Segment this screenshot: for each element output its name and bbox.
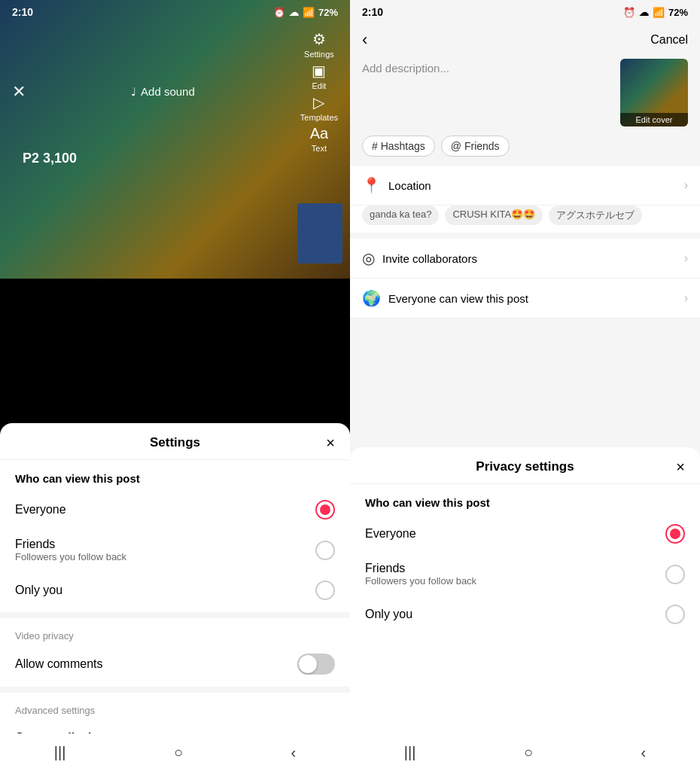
right-nav-back-icon[interactable]: ‹	[641, 744, 647, 761]
divider-2	[0, 687, 350, 693]
everyone-view-label: Everyone can view this post	[388, 292, 528, 305]
description-input[interactable]: Add description...	[362, 59, 611, 126]
everyone-radio[interactable]	[315, 500, 335, 520]
privacy-everyone-radio[interactable]	[665, 524, 685, 544]
settings-modal-header: Settings ×	[0, 435, 350, 460]
spacer-1	[350, 233, 700, 239]
advanced-settings-label: Advanced settings	[0, 696, 350, 719]
edit-cover-label[interactable]: Edit cover	[620, 113, 688, 126]
only-you-option[interactable]: Only you	[0, 571, 350, 609]
templates-tool[interactable]: ▷ Templates	[300, 93, 338, 122]
globe-icon: 🌍	[362, 289, 381, 307]
privacy-friends-sublabel: Followers you follow back	[365, 575, 476, 587]
privacy-close-button[interactable]: ×	[676, 459, 685, 476]
close-button[interactable]: ✕	[12, 82, 26, 102]
privacy-everyone-label: Everyone	[365, 527, 416, 541]
cancel-button[interactable]: Cancel	[650, 33, 688, 47]
right-status-bar: 2:10 ⏰ ☁ 📶 72%	[350, 0, 700, 24]
signal-icon: 📶	[303, 7, 315, 18]
friends-radio[interactable]	[315, 541, 335, 560]
allow-comments-toggle[interactable]	[297, 654, 335, 675]
who-can-view-section-label: Who can view this post	[0, 460, 350, 491]
location-row[interactable]: 📍 Location ›	[350, 166, 700, 206]
everyone-label: Everyone	[15, 503, 66, 517]
right-nav-lines-icon[interactable]: |||	[404, 744, 416, 761]
right-nav-home-icon[interactable]: ○	[524, 744, 533, 761]
everyone-view-chevron: ›	[684, 291, 688, 305]
privacy-modal-header: Privacy settings ×	[350, 459, 700, 484]
location-icon: 📍	[362, 176, 381, 194]
edit-label: Edit	[312, 81, 326, 90]
privacy-only-you-radio[interactable]	[665, 605, 685, 624]
text-tool[interactable]: Aa Text	[310, 125, 328, 153]
only-you-radio[interactable]	[315, 581, 335, 600]
friends-option[interactable]: Friends Followers you follow back	[0, 529, 350, 571]
privacy-only-you-label: Only you	[365, 608, 412, 621]
right-alarm-icon: ⏰	[623, 7, 635, 18]
back-button[interactable]: ‹	[362, 30, 367, 50]
toggle-knob	[299, 655, 317, 673]
right-time: 2:10	[362, 6, 383, 18]
allow-comments-row: Allow comments	[0, 645, 350, 684]
edit-tool[interactable]: ▣ Edit	[312, 62, 326, 90]
location-chip-3[interactable]: アグスホテルセブ	[549, 206, 642, 225]
location-left: 📍 Location	[362, 176, 431, 194]
add-sound-button[interactable]: ♩ Add sound	[131, 85, 195, 99]
settings-label: Settings	[304, 50, 334, 59]
privacy-only-you-option[interactable]: Only you	[350, 596, 700, 633]
collab-icon: ◎	[362, 249, 375, 267]
everyone-option[interactable]: Everyone	[0, 491, 350, 529]
friends-text-group: Friends Followers you follow back	[15, 538, 126, 562]
location-chevron: ›	[684, 178, 688, 192]
post-compose-area: Add description... Edit cover	[350, 59, 700, 136]
battery-text: 72%	[318, 7, 338, 18]
video-top-controls: ✕ ♩ Add sound ⚙ Settings ▣ Edit ▷ Templa…	[0, 24, 350, 159]
privacy-friends-text-group: Friends Followers you follow back	[365, 562, 476, 587]
friends-label: Friends	[15, 538, 126, 551]
wifi-icon: ☁	[289, 7, 299, 18]
location-tags-row: ganda ka tea? CRUSH KITA🤩🤩 アグスホテルセブ	[350, 206, 700, 233]
invite-chevron: ›	[684, 251, 688, 265]
right-tools: ⚙ Settings ▣ Edit ▷ Templates Aa Text	[300, 30, 338, 153]
privacy-friends-radio[interactable]	[665, 565, 685, 584]
text-label: Text	[312, 144, 327, 153]
everyone-view-left: 🌍 Everyone can view this post	[362, 289, 528, 307]
left-status-icons: ⏰ ☁ 📶 ⏰ ☁ 📶 72% 72%	[273, 7, 338, 18]
hashtag-chip[interactable]: # Hashtags	[362, 136, 435, 157]
settings-icon: ⚙	[312, 30, 326, 48]
right-bottom-nav: ||| ○ ‹	[350, 733, 700, 771]
video-thumbnail: Edit cover	[620, 59, 688, 126]
edit-icon: ▣	[312, 62, 326, 80]
friends-chip[interactable]: @ Friends	[441, 136, 510, 157]
privacy-friends-option[interactable]: Friends Followers you follow back	[350, 553, 700, 596]
right-signal-icon: 📶	[653, 7, 665, 18]
nav-home-icon[interactable]: ○	[174, 744, 183, 761]
privacy-title: Privacy settings	[476, 459, 574, 474]
right-status-icons: ⏰ ☁ 📶 72%	[623, 7, 688, 18]
templates-icon: ▷	[313, 93, 324, 111]
right-top-bar: ‹ Cancel	[350, 24, 700, 59]
privacy-modal: Privacy settings × Who can view this pos…	[350, 447, 700, 771]
right-panel: 2:10 ⏰ ☁ 📶 72% ‹ Cancel Add description.…	[350, 0, 700, 771]
privacy-everyone-option[interactable]: Everyone	[350, 515, 700, 553]
location-chip-1[interactable]: ganda ka tea?	[362, 206, 439, 225]
tags-row: # Hashtags @ Friends	[350, 136, 700, 166]
video-privacy-section-label: Video privacy	[0, 621, 350, 645]
location-chip-2[interactable]: CRUSH KITA🤩🤩	[445, 206, 543, 225]
alarm-icon: ⏰	[273, 7, 285, 18]
only-you-label: Only you	[15, 584, 62, 597]
settings-tool[interactable]: ⚙ Settings	[304, 30, 334, 59]
text-icon: Aa	[310, 125, 328, 142]
music-icon: ♩	[131, 85, 136, 99]
privacy-who-section: Who can view this post	[350, 484, 700, 515]
nav-back-icon[interactable]: ‹	[291, 744, 297, 761]
nav-lines-icon[interactable]: |||	[54, 744, 66, 761]
left-panel: 2:10 ⏰ ☁ 📶 ⏰ ☁ 📶 72% 72% P2 3,100 ✕ ♩ Ad…	[0, 0, 350, 771]
right-battery-text: 72%	[668, 7, 688, 18]
invite-left: ◎ Invite collaborators	[362, 249, 477, 267]
settings-close-button[interactable]: ×	[326, 434, 335, 452]
invite-collaborators-row[interactable]: ◎ Invite collaborators ›	[350, 239, 700, 279]
everyone-view-row[interactable]: 🌍 Everyone can view this post ›	[350, 279, 700, 318]
divider-1	[0, 612, 350, 618]
left-time: 2:10	[12, 6, 33, 18]
